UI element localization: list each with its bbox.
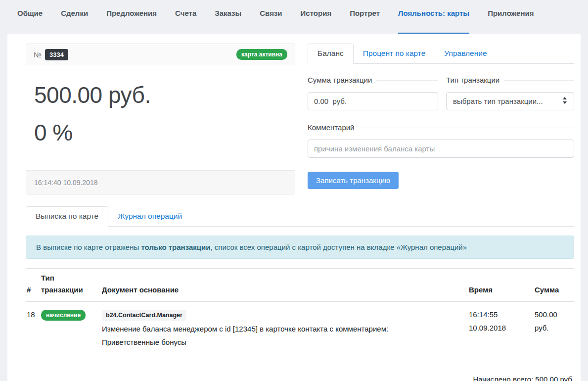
loyalty-card-header: № 3334 карта активна <box>26 44 295 65</box>
loyalty-panel: № 3334 карта активна 500.00 руб. 0 % 16:… <box>7 34 581 381</box>
alert-text-after: , список всех операций с картой доступен… <box>210 243 467 251</box>
statement-section: Выписка по карте Журнал операций В выпис… <box>26 206 574 381</box>
transaction-type-select[interactable]: выбрать тип транзакции... <box>446 92 574 110</box>
transactions-table: # Тип транзакции Документ основание Врем… <box>26 268 574 354</box>
tab-card-percent[interactable]: Процент по карте <box>354 44 435 63</box>
transaction-type-selected-value: выбрать тип транзакции... <box>453 97 562 105</box>
tab-offers[interactable]: Предложения <box>106 9 157 34</box>
type-field-group: Тип транзакции выбрать тип транзакции... <box>446 76 574 110</box>
loyalty-card-footer: 16:14:40 10.09.2018 <box>26 170 295 194</box>
form-row-amount-type: Сумма транзакции Тип транзакции выбрать … <box>308 76 574 110</box>
comment-field-group: Комментарий <box>308 123 574 158</box>
tab-applications[interactable]: Приложения <box>488 9 534 34</box>
tab-balance[interactable]: Баланс <box>308 44 354 64</box>
tx-doc-cell: b24.ContactCard.Manager Изменение баланс… <box>99 301 466 354</box>
tx-time: 16:14:55 10.09.2018 <box>466 301 532 354</box>
top-row: № 3334 карта активна 500.00 руб. 0 % 16:… <box>26 44 574 194</box>
statement-tabs: Выписка по карте Журнал операций <box>26 206 574 227</box>
alert-text-bold: только транзакции <box>141 243 210 251</box>
tab-invoices[interactable]: Счета <box>175 9 196 34</box>
col-header-time: Время <box>466 269 532 302</box>
comment-input[interactable] <box>308 140 574 158</box>
tx-type-cell: начисление <box>38 301 99 354</box>
col-header-doc: Документ основание <box>99 269 466 302</box>
comment-label-row: Комментарий <box>308 123 574 132</box>
card-status-badge: карта активна <box>236 49 287 60</box>
tx-doc-source-badge: b24.ContactCard.Manager <box>102 310 186 321</box>
amount-input[interactable] <box>308 92 438 110</box>
tab-portrait[interactable]: Портрет <box>350 9 380 34</box>
card-percent-value: 0 % <box>34 114 287 151</box>
label-rule <box>359 128 574 128</box>
comment-label: Комментарий <box>308 123 354 132</box>
table-row: 18 начисление b24.ContactCard.Manager Из… <box>26 301 574 354</box>
tx-doc-description: Изменение баланса менеджером с id [12345… <box>102 322 423 349</box>
statement-info-alert: В выписке по карте отражены только транз… <box>26 236 574 259</box>
tab-connections[interactable]: Связи <box>260 9 282 34</box>
tab-history[interactable]: История <box>301 9 332 34</box>
col-header-num: # <box>26 269 38 302</box>
tab-loyalty-cards[interactable]: Лояльность: карты <box>398 9 469 34</box>
card-number-label: № <box>34 50 42 59</box>
tab-general[interactable]: Общие <box>17 9 43 34</box>
tab-operations-log[interactable]: Журнал операций <box>108 207 191 226</box>
tx-num: 18 <box>26 301 38 354</box>
col-header-amount: Сумма <box>532 269 574 302</box>
card-timestamp: 16:14:40 10.09.2018 <box>34 179 97 187</box>
select-updown-icon <box>562 96 567 106</box>
tx-type-badge: начисление <box>41 310 86 321</box>
card-balance-value: 500.00 руб. <box>34 76 287 114</box>
tab-card-statement[interactable]: Выписка по карте <box>26 206 108 227</box>
table-header-row: # Тип транзакции Документ основание Врем… <box>26 269 574 302</box>
amount-field-group: Сумма транзакции <box>308 76 438 110</box>
loyalty-card: № 3334 карта активна 500.00 руб. 0 % 16:… <box>26 44 295 194</box>
tab-orders[interactable]: Заказы <box>215 9 241 34</box>
tx-amount: 500.00 руб. <box>532 301 574 354</box>
type-label-row: Тип транзакции <box>446 76 574 84</box>
amount-label: Сумма транзакции <box>308 76 372 84</box>
balance-tabs: Баланс Процент по карте Управление <box>308 44 574 64</box>
tab-deals[interactable]: Сделки <box>61 9 88 34</box>
type-label: Тип транзакции <box>446 76 499 84</box>
card-number-badge: 3334 <box>45 49 68 60</box>
total-accrued: Начислено всего: 500.00 руб. <box>26 373 574 381</box>
balance-panel: Баланс Процент по карте Управление Сумма… <box>308 44 574 194</box>
submit-transaction-button[interactable]: Записать транзакцию <box>308 172 399 189</box>
alert-text-before: В выписке по карте отражены <box>36 243 141 251</box>
label-rule <box>504 80 574 81</box>
loyalty-card-body: 500.00 руб. 0 % <box>26 65 295 170</box>
col-header-type: Тип транзакции <box>38 269 99 302</box>
transaction-form: Сумма транзакции Тип транзакции выбрать … <box>308 76 574 189</box>
tab-management[interactable]: Управление <box>435 44 496 63</box>
label-rule <box>376 80 438 81</box>
contact-tabs-bar: Общие Сделки Предложения Счета Заказы Св… <box>0 0 588 34</box>
statement-totals: Начислено всего: 500.00 руб. Списано все… <box>26 373 574 381</box>
amount-label-row: Сумма транзакции <box>308 76 438 84</box>
